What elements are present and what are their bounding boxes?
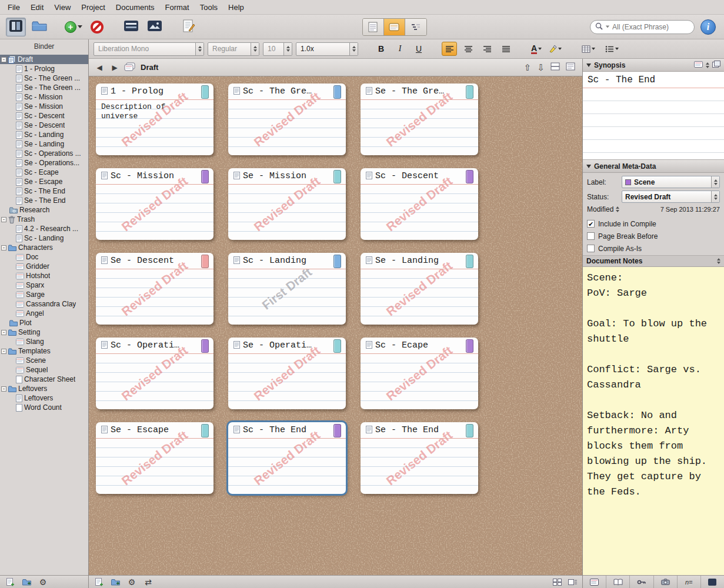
binder-item-trash[interactable]: -Trash — [0, 215, 88, 224]
add-folder-button[interactable] — [21, 577, 32, 587]
font-size-combo[interactable]: 10 — [263, 42, 292, 56]
table-caret-icon[interactable] — [592, 48, 595, 50]
index-card-sc-ecape[interactable]: Sc - EcapeRevised Draft — [361, 338, 478, 409]
synopsis-tab-button[interactable] — [583, 576, 606, 588]
binder-item-se-descent[interactable]: Se - Descent — [0, 121, 88, 130]
search-scope-caret-icon[interactable] — [606, 26, 609, 28]
history-back-button[interactable]: ◀ — [94, 62, 105, 74]
corkboard[interactable]: 1 - PrologDescription of universeRevised… — [89, 76, 582, 575]
split-horizontal-button[interactable] — [550, 62, 560, 73]
binder-item-slang[interactable]: Slang — [0, 337, 88, 346]
menu-format[interactable]: Format — [160, 1, 195, 14]
index-card-sc-the-gre[interactable]: Sc - The Gre…Revised Draft — [228, 83, 346, 155]
editor-gear-icon[interactable]: ⚙ — [126, 577, 137, 587]
index-card-se-descent[interactable]: Se - DescentRevised Draft — [96, 253, 213, 325]
font-size-spinner[interactable] — [283, 43, 292, 55]
custom-metadata-button[interactable]: n= — [678, 576, 701, 588]
notes-stepper[interactable] — [717, 258, 720, 264]
comments-footnotes-button[interactable] — [701, 576, 724, 588]
list-button[interactable] — [602, 42, 622, 56]
synopsis-stepper[interactable] — [706, 62, 709, 68]
menu-help[interactable]: Help — [223, 1, 249, 14]
synopsis-card-title[interactable]: Sc - The End — [583, 72, 724, 88]
align-right-button[interactable] — [479, 42, 495, 56]
status-spinner[interactable] — [711, 191, 719, 202]
card-size-icon[interactable] — [567, 577, 578, 587]
binder-item-sc-the-green[interactable]: Sc - The Green ... — [0, 74, 88, 83]
view-mode-corkboard-button[interactable] — [384, 19, 405, 35]
inspector-toggle-button[interactable]: i — [698, 18, 718, 36]
highlight-caret-icon[interactable] — [558, 48, 562, 50]
add-item-button[interactable]: + — [64, 18, 84, 36]
index-card-sc-the-end[interactable]: Sc - The EndRevised Draft — [228, 422, 346, 494]
binder-item-sc-operations[interactable]: Sc - Operations ... — [0, 149, 88, 158]
toggle-binder-button[interactable] — [6, 18, 26, 36]
index-card-sc-descent[interactable]: Sc - DescentRevised Draft — [361, 168, 478, 240]
binder-item-sarge[interactable]: Sarge — [0, 290, 88, 299]
keywords-key-button[interactable] — [630, 576, 653, 588]
binder-item-doc[interactable]: Doc — [0, 252, 88, 262]
footer-add-document-button[interactable] — [94, 577, 104, 587]
corkboard-options-icon[interactable] — [552, 577, 562, 587]
index-card-sc-landing[interactable]: Sc - LandingFirst Draft — [228, 253, 346, 325]
line-spacing-combo[interactable]: 1.0x — [296, 42, 358, 56]
document-notes-text[interactable]: Scene: PoV: Sarge Goal: To blow up the s… — [587, 270, 720, 500]
tree-expander-icon[interactable]: - — [1, 330, 6, 335]
menu-documents[interactable]: Documents — [111, 1, 160, 14]
binder-item-plot[interactable]: Plot — [0, 318, 88, 328]
tree-expander-icon[interactable]: - — [1, 217, 6, 222]
tree-expander-icon[interactable]: - — [1, 386, 6, 392]
synopsis-card-icon[interactable] — [694, 61, 703, 69]
binder-item-word-count[interactable]: Word Count — [0, 403, 88, 412]
tree-expander-icon[interactable]: - — [1, 349, 6, 354]
binder-item-se-the-green[interactable]: Se - The Green ... — [0, 83, 88, 92]
binder-item-se-operations[interactable]: Se - Operations... — [0, 158, 88, 168]
index-card-sc-mission[interactable]: Sc - MissionRevised Draft — [96, 168, 213, 240]
synopsis-lines[interactable] — [583, 88, 724, 159]
index-card-se-mission[interactable]: Se - MissionRevised Draft — [228, 168, 346, 240]
binder-item-se-the-end[interactable]: Se - The End — [0, 196, 88, 205]
binder-item-sc-landing[interactable]: Sc - Landing — [0, 233, 88, 243]
checkbox-page-break-before[interactable]: Page Break Before — [587, 230, 720, 242]
binder-item-hotshot[interactable]: Hotshot — [0, 271, 88, 280]
menu-tools[interactable]: Tools — [195, 1, 223, 14]
binder-item-1-prolog[interactable]: 1 - Prolog — [0, 64, 88, 74]
open-folder-button[interactable] — [29, 18, 49, 36]
layout-split-button[interactable] — [121, 18, 141, 36]
align-center-button[interactable] — [461, 42, 476, 56]
index-card-se-the-end[interactable]: Se - The EndRevised Draft — [361, 422, 478, 494]
footer-add-folder-button[interactable] — [110, 577, 121, 587]
line-spacing-spinner[interactable] — [349, 43, 358, 55]
font-style-spinner[interactable] — [251, 43, 259, 55]
index-card-sc-operati[interactable]: Sc - Operati…Revised Draft — [96, 338, 213, 409]
add-document-button[interactable] — [5, 577, 15, 587]
scriptwriting-button[interactable] — [179, 18, 199, 36]
search-input[interactable] — [612, 23, 703, 31]
view-mode-outline-button[interactable] — [405, 19, 426, 35]
move-down-button[interactable]: ⇩ — [537, 63, 545, 72]
text-color-caret-icon[interactable] — [538, 48, 542, 50]
binder-item-draft[interactable]: -Draft — [0, 55, 88, 64]
table-button[interactable] — [578, 42, 598, 56]
layout-image-button[interactable] — [145, 18, 165, 36]
move-up-button[interactable]: ⇧ — [524, 63, 532, 72]
binder-item-characters[interactable]: -Characters — [0, 243, 88, 252]
index-card-se-landing[interactable]: Se - LandingRevised Draft — [361, 253, 478, 325]
add-dropdown-caret-icon[interactable] — [78, 25, 82, 28]
binder-item-se-escape[interactable]: Se - Escape — [0, 177, 88, 186]
binder-item-sc-mission[interactable]: Sc - Mission — [0, 92, 88, 102]
highlight-button[interactable] — [548, 42, 563, 56]
binder-item-4-2-research[interactable]: 4.2 - Research ... — [0, 224, 88, 233]
checkbox-include-in-compile[interactable]: ✔Include in Compile — [587, 218, 720, 230]
binder-item-scene[interactable]: Scene — [0, 356, 88, 365]
underline-button[interactable]: U — [411, 42, 426, 56]
binder-item-se-landing[interactable]: Se - Landing — [0, 139, 88, 149]
single-pane-button[interactable] — [566, 62, 575, 73]
binder-item-angel[interactable]: Angel — [0, 309, 88, 318]
binder-item-templates[interactable]: -Templates — [0, 346, 88, 356]
status-dropdown[interactable]: Revised Draft — [622, 191, 720, 203]
remove-item-button[interactable] — [87, 18, 107, 36]
view-mode-document-button[interactable] — [363, 19, 384, 35]
binder-item-sc-the-end[interactable]: Sc - The End — [0, 186, 88, 196]
history-forward-button[interactable]: ▶ — [109, 62, 121, 74]
